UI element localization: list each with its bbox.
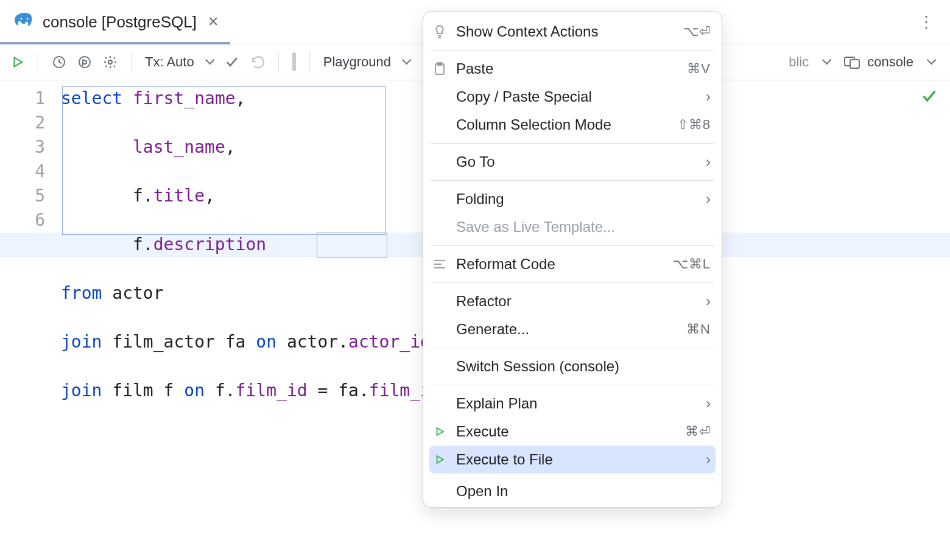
menu-item-folding[interactable]: Folding ›	[423, 185, 722, 213]
menu-item-go-to[interactable]: Go To ›	[423, 148, 722, 176]
submenu-chevron-icon: ›	[706, 153, 711, 170]
menu-shortcut: ⌥⌘L	[673, 256, 711, 272]
menu-shortcut: ⌥⏎	[683, 24, 711, 40]
menu-label: Execute	[456, 423, 677, 440]
menu-item-copy-paste-special[interactable]: Copy / Paste Special ›	[423, 83, 722, 111]
menu-label: Reformat Code	[456, 256, 664, 273]
commit-icon[interactable]	[225, 55, 239, 69]
submenu-chevron-icon: ›	[706, 395, 711, 412]
svg-rect-6	[850, 60, 859, 68]
menu-label: Show Context Actions	[456, 23, 675, 40]
menu-item-execute-to-file[interactable]: Execute to File ›	[429, 446, 716, 474]
rollback-icon[interactable]	[250, 55, 265, 69]
menu-label: Refactor	[456, 293, 697, 310]
menu-item-reformat[interactable]: Reformat Code ⌥⌘L	[423, 250, 722, 278]
menu-label: Generate...	[456, 321, 678, 338]
menu-item-column-selection[interactable]: Column Selection Mode ⇧⌘8	[423, 111, 722, 139]
submenu-chevron-icon: ›	[706, 293, 711, 310]
submenu-chevron-icon: ›	[706, 451, 711, 468]
close-tab-icon[interactable]: ✕	[208, 14, 219, 30]
menu-label: Go To	[456, 153, 697, 170]
menu-item-explain-plan[interactable]: Explain Plan ›	[423, 390, 722, 418]
line-number: 3	[0, 135, 61, 159]
editor-tab[interactable]: console [PostgreSQL] ✕	[0, 0, 236, 44]
line-number: 6	[0, 208, 61, 233]
chevron-down-icon[interactable]	[402, 58, 410, 66]
menu-item-execute[interactable]: Execute ⌘⏎	[423, 418, 722, 446]
tab-title: console [PostgreSQL]	[43, 13, 197, 32]
chevron-down-icon[interactable]	[205, 58, 214, 66]
menu-label: Explain Plan	[456, 395, 697, 412]
svg-point-4	[108, 60, 112, 64]
line-number: 2	[0, 111, 61, 135]
line-number: 1	[0, 86, 61, 111]
svg-point-0	[21, 18, 23, 20]
svg-point-1	[27, 18, 29, 20]
chevron-down-icon[interactable]	[927, 58, 935, 66]
menu-label: Paste	[456, 60, 678, 77]
run-icon	[432, 454, 448, 465]
submenu-chevron-icon: ›	[706, 191, 711, 208]
postgresql-icon	[15, 12, 34, 32]
menu-label: Execute to File	[456, 451, 697, 468]
line-gutter: 1 2 3 4 5 6 7	[0, 80, 61, 560]
menu-label: Copy / Paste Special	[456, 88, 697, 105]
run-icon	[432, 426, 448, 437]
context-menu: Show Context Actions ⌥⏎ Paste ⌘V Copy / …	[423, 11, 722, 508]
menu-shortcut: ⌘⏎	[685, 424, 711, 439]
history-icon[interactable]	[52, 55, 66, 69]
reformat-icon	[432, 259, 448, 270]
menu-item-paste[interactable]: Paste ⌘V	[423, 55, 722, 83]
run-button[interactable]	[11, 55, 24, 69]
settings-icon[interactable]	[103, 55, 118, 69]
chevron-down-icon[interactable]	[822, 58, 831, 66]
menu-label: Save as Live Template...	[456, 219, 711, 236]
menu-item-save-template: Save as Live Template...	[423, 213, 722, 241]
console-target[interactable]: console	[844, 54, 913, 70]
clipboard-icon	[432, 62, 448, 75]
menu-shortcut: ⇧⌘8	[677, 117, 711, 133]
menu-label: Switch Session (console)	[456, 358, 711, 375]
tx-mode[interactable]: Tx: Auto	[145, 54, 194, 70]
menu-item-switch-session[interactable]: Switch Session (console)	[423, 352, 722, 380]
menu-item-open-in[interactable]: Open In	[423, 483, 722, 503]
session-schema[interactable]: blic	[789, 54, 809, 70]
menu-label: Folding	[456, 191, 697, 208]
menu-shortcut: ⌘N	[686, 321, 711, 337]
line-number: 4	[0, 159, 61, 184]
menu-label: Column Selection Mode	[456, 116, 669, 133]
bulb-icon	[432, 24, 448, 39]
line-number: 5	[0, 184, 61, 208]
svg-point-3	[79, 57, 90, 68]
tabs-more-icon[interactable]: ⋮	[918, 0, 935, 44]
playground-label[interactable]: Playground	[323, 54, 391, 70]
submenu-chevron-icon: ›	[706, 88, 711, 105]
menu-item-generate[interactable]: Generate... ⌘N	[423, 315, 722, 343]
stop-button[interactable]	[292, 54, 296, 70]
params-icon[interactable]	[77, 55, 92, 69]
menu-label: Open In	[456, 483, 711, 500]
menu-item-context-actions[interactable]: Show Context Actions ⌥⏎	[423, 18, 722, 46]
menu-item-refactor[interactable]: Refactor ›	[423, 287, 722, 315]
menu-shortcut: ⌘V	[687, 61, 711, 77]
